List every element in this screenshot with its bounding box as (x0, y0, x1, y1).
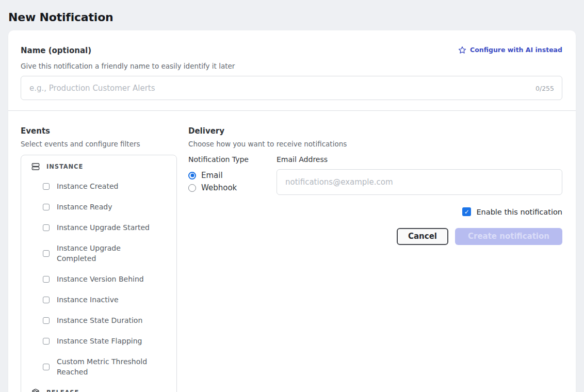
event-item[interactable]: Instance State Duration (43, 315, 169, 325)
event-item[interactable]: Instance Version Behind (43, 274, 169, 284)
checkbox-icon[interactable] (43, 317, 50, 324)
events-list: INSTANCEInstance CreatedInstance ReadyIn… (21, 155, 177, 392)
notification-type-option-webhook[interactable]: Webhook (188, 182, 277, 194)
delivery-description: Choose how you want to receive notificat… (188, 139, 562, 149)
delivery-column: Delivery Choose how you want to receive … (188, 126, 562, 392)
package-icon (31, 388, 40, 392)
checkbox-icon[interactable] (43, 224, 50, 231)
event-group-header: RELEASE (31, 388, 169, 392)
radio-icon[interactable] (188, 184, 196, 192)
notification-type-label: Notification Type (188, 155, 277, 164)
char-counter: 0/255 (536, 84, 554, 92)
delivery-heading: Delivery (188, 126, 562, 136)
events-heading: Events (21, 126, 177, 136)
event-item-label: Instance State Duration (57, 315, 142, 325)
checkbox-icon[interactable] (43, 204, 50, 210)
event-item-label: Instance Upgrade Completed (57, 243, 153, 264)
events-description: Select events and configure filters (21, 139, 177, 149)
event-item-label: Instance Upgrade Started (57, 222, 150, 233)
configure-with-ai-link[interactable]: Configure with AI instead (458, 46, 562, 54)
section-divider (8, 110, 576, 111)
event-item-label: Instance State Flapping (57, 336, 142, 346)
checkbox-icon[interactable] (43, 297, 50, 303)
event-group-header: INSTANCE (31, 162, 169, 171)
new-notification-card: Name (optional) Configure with AI instea… (8, 30, 576, 392)
email-address-input[interactable] (277, 169, 562, 195)
name-input[interactable] (21, 76, 562, 100)
checkbox-icon[interactable] (43, 338, 50, 345)
event-item-label: Instance Created (57, 181, 118, 191)
page-header: New Notification (0, 0, 584, 24)
enable-notification-label: Enable this notification (476, 208, 562, 216)
event-item-label: Instance Ready (57, 202, 112, 212)
enable-notification-checkbox[interactable]: ✓ (462, 207, 471, 216)
event-item[interactable]: Instance Ready (43, 202, 169, 212)
event-group-label: RELEASE (46, 389, 79, 392)
create-notification-button[interactable]: Create notification (455, 228, 562, 245)
event-item[interactable]: Instance State Flapping (43, 336, 169, 346)
event-item[interactable]: Instance Upgrade Completed (43, 243, 169, 264)
name-section: Name (optional) Configure with AI instea… (8, 30, 576, 100)
radio-label: Webhook (201, 183, 237, 192)
name-section-description: Give this notification a friendly name t… (21, 61, 562, 71)
email-address-label: Email Address (277, 155, 562, 164)
event-item[interactable]: Instance Created (43, 181, 169, 191)
event-item[interactable]: Instance Inactive (43, 295, 169, 305)
checkbox-icon[interactable] (43, 250, 50, 257)
checkbox-icon[interactable] (43, 183, 50, 190)
event-item[interactable]: Custom Metric Threshold Reached (43, 356, 169, 377)
event-item-label: Instance Version Behind (57, 274, 144, 284)
event-item-label: Instance Inactive (57, 295, 119, 305)
event-item-label: Custom Metric Threshold Reached (57, 356, 153, 377)
cancel-button[interactable]: Cancel (397, 228, 448, 245)
name-section-label: Name (optional) (21, 46, 91, 55)
radio-label: Email (201, 171, 223, 180)
page-title: New Notification (8, 11, 576, 24)
notification-type-options: EmailWebhook (188, 169, 277, 194)
events-column: Events Select events and configure filte… (21, 126, 177, 392)
server-icon (31, 162, 40, 171)
checkbox-icon[interactable] (43, 276, 50, 283)
configure-with-ai-label: Configure with AI instead (470, 46, 562, 54)
notification-type-option-email[interactable]: Email (188, 169, 277, 182)
checkbox-icon[interactable] (43, 364, 50, 370)
star-icon (458, 46, 466, 54)
radio-icon[interactable] (188, 172, 196, 179)
event-item[interactable]: Instance Upgrade Started (43, 222, 169, 233)
event-group-label: INSTANCE (46, 163, 83, 170)
